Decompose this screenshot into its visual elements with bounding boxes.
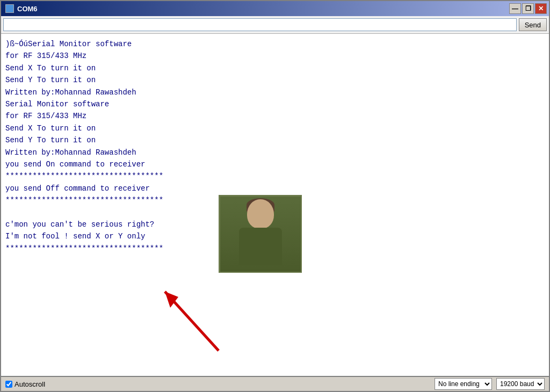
- person-body: [239, 228, 282, 265]
- svg-line-0: [165, 292, 219, 351]
- person-head: [247, 199, 274, 229]
- status-bar: Autoscroll No line ending Newline Carria…: [1, 376, 549, 391]
- app-icon: [5, 4, 14, 13]
- send-button[interactable]: Send: [519, 18, 547, 31]
- autoscroll-label[interactable]: Autoscroll: [15, 380, 45, 388]
- command-input[interactable]: [3, 18, 517, 31]
- toolbar: Send: [1, 16, 549, 34]
- line-ending-select[interactable]: No line ending Newline Carriage return B…: [435, 378, 492, 390]
- title-bar: COM6 — ❐ ✕: [1, 1, 549, 16]
- person-image: [219, 195, 302, 273]
- terminal-output: )ß~ÓúSerial Monitor software for RF 315/…: [1, 34, 549, 376]
- arrow-indicator: [149, 281, 229, 356]
- title-bar-text: COM6: [5, 4, 38, 13]
- close-button[interactable]: ✕: [535, 3, 547, 14]
- baud-rate-select[interactable]: 300 1200 2400 4800 9600 19200 baud 38400…: [496, 378, 545, 390]
- window-title: COM6: [17, 5, 38, 13]
- title-bar-controls: — ❐ ✕: [509, 3, 547, 14]
- minimize-button[interactable]: —: [509, 3, 521, 14]
- main-window: COM6 — ❐ ✕ Send )ß~ÓúSerial Monitor soft…: [0, 0, 550, 392]
- svg-marker-1: [165, 292, 178, 308]
- autoscroll-checkbox[interactable]: [5, 381, 12, 388]
- autoscroll-container: Autoscroll: [5, 380, 45, 388]
- maximize-button[interactable]: ❐: [522, 3, 534, 14]
- person-figure: [220, 197, 301, 272]
